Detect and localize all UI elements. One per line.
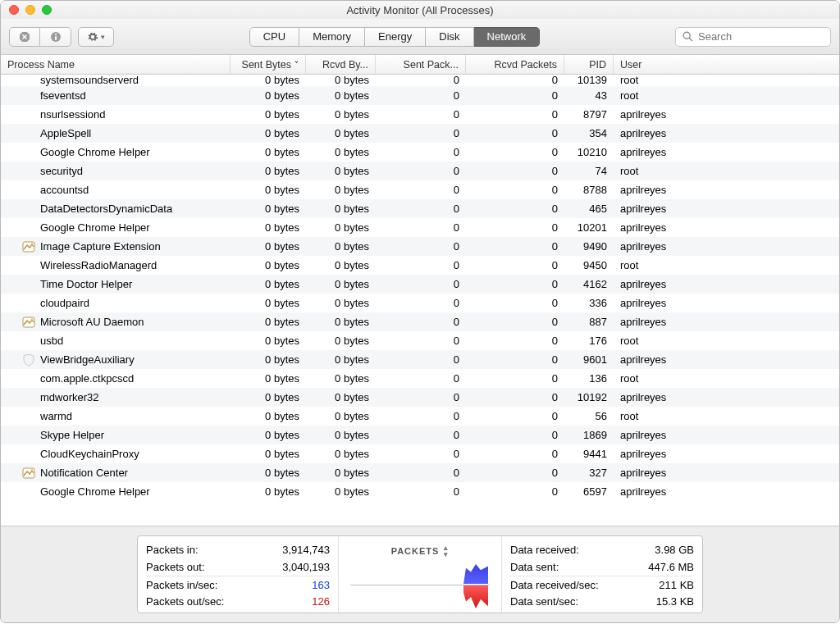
table-row[interactable]: warmd0 bytes0 bytes0056root <box>1 407 839 426</box>
pid: 465 <box>564 203 614 215</box>
packets-out-value: 3,040,193 <box>282 561 330 573</box>
user: root <box>614 165 839 177</box>
process-name: Notification Center <box>40 467 128 479</box>
sent-packets: 0 <box>376 278 466 290</box>
process-name: accountsd <box>40 184 89 196</box>
image-capture-icon <box>22 240 35 253</box>
col-process-name[interactable]: Process Name <box>1 55 231 74</box>
rcvd-packets: 0 <box>466 108 564 121</box>
search-input[interactable] <box>698 30 836 43</box>
table-row[interactable]: com.apple.ctkpcscd0 bytes0 bytes00136roo… <box>1 369 839 388</box>
table-row[interactable]: ViewBridgeAuxiliary0 bytes0 bytes009601a… <box>1 350 839 369</box>
rcvd-packets: 0 <box>466 127 564 139</box>
table-row[interactable]: CloudKeychainProxy0 bytes0 bytes009441ap… <box>1 444 839 463</box>
table-row[interactable]: Microsoft AU Daemon0 bytes0 bytes00887ap… <box>1 312 839 331</box>
table-row[interactable]: systemsoundserverd0 bytes0 bytes0010139r… <box>1 75 839 86</box>
tab-energy[interactable]: Energy <box>365 27 426 47</box>
activity-monitor-window: Activity Monitor (All Processes) ▾ CPUMe… <box>0 0 840 623</box>
rcvd-packets: 0 <box>466 221 564 234</box>
svg-point-9 <box>31 243 33 244</box>
table-row[interactable]: Skype Helper0 bytes0 bytes001869aprilrey… <box>1 426 839 444</box>
table-row[interactable]: mdworker320 bytes0 bytes0010192aprilreye… <box>1 388 839 407</box>
tab-memory[interactable]: Memory <box>299 27 365 47</box>
table-row[interactable]: Google Chrome Helper0 bytes0 bytes001021… <box>1 143 839 162</box>
pid: 136 <box>564 372 614 385</box>
sent-packets: 0 <box>376 240 466 253</box>
tab-cpu[interactable]: CPU <box>249 27 299 47</box>
table-row[interactable]: Notification Center0 bytes0 bytes00327ap… <box>1 463 839 482</box>
table-row[interactable]: AppleSpell0 bytes0 bytes00354aprilreyes <box>1 124 839 143</box>
ms-au-icon <box>22 316 35 329</box>
col-sent-bytes[interactable]: Sent Bytes˅ <box>231 55 306 74</box>
graph-mode-label: PACKETS <box>391 546 440 556</box>
sent-packets: 0 <box>376 127 466 139</box>
table-row[interactable]: Image Capture Extension0 bytes0 bytes009… <box>1 237 839 256</box>
process-name: securityd <box>40 165 83 177</box>
sent-packets: 0 <box>376 297 466 309</box>
user: aprilreyes <box>614 184 839 196</box>
pid: 8797 <box>564 108 614 121</box>
rcvd-packets: 0 <box>466 316 564 328</box>
svg-rect-5 <box>55 36 57 40</box>
process-name: nsurlsessiond <box>40 108 106 121</box>
pid: 327 <box>564 467 614 479</box>
packets-graph[interactable]: PACKETS ▴▾ <box>338 536 502 613</box>
table-row[interactable]: fseventsd0 bytes0 bytes0043root <box>1 86 839 105</box>
data-sent-sec-label: Data sent/sec: <box>510 595 578 608</box>
col-rcvd-bytes[interactable]: Rcvd By... <box>306 55 376 74</box>
pid: 9601 <box>564 353 614 366</box>
process-name: Google Chrome Helper <box>40 221 150 234</box>
col-sent-packets[interactable]: Sent Pack... <box>376 55 466 74</box>
user: root <box>614 335 839 347</box>
table-row[interactable]: nsurlsessiond0 bytes0 bytes008797aprilre… <box>1 105 839 124</box>
stop-process-button[interactable] <box>9 27 40 47</box>
rcvd-packets: 0 <box>466 448 564 460</box>
gear-icon <box>87 31 98 43</box>
search-field[interactable] <box>675 27 831 47</box>
col-rcvd-packets[interactable]: Rcvd Packets <box>466 55 564 74</box>
table-row[interactable]: Google Chrome Helper0 bytes0 bytes006597… <box>1 482 839 501</box>
table-row[interactable]: Time Doctor Helper0 bytes0 bytes004162ap… <box>1 275 839 294</box>
rcvd-packets: 0 <box>466 410 564 422</box>
sent-packets: 0 <box>376 75 466 86</box>
user: aprilreyes <box>614 391 839 403</box>
rcvd-bytes: 0 bytes <box>306 372 376 385</box>
rcvd-packets: 0 <box>466 335 564 347</box>
table-row[interactable]: securityd0 bytes0 bytes0074root <box>1 162 839 180</box>
table-header: Process Name Sent Bytes˅ Rcvd By... Sent… <box>1 55 839 75</box>
rcvd-packets: 0 <box>466 75 564 86</box>
pid: 74 <box>564 165 614 177</box>
process-name: Google Chrome Helper <box>40 146 150 158</box>
packets-out-label: Packets out: <box>146 561 205 573</box>
table-row[interactable]: DataDetectorsDynamicData0 bytes0 bytes00… <box>1 199 839 218</box>
table-row[interactable]: accountsd0 bytes0 bytes008788aprilreyes <box>1 180 839 199</box>
user: aprilreyes <box>614 146 839 158</box>
rcvd-packets: 0 <box>466 391 564 403</box>
options-menu-button[interactable]: ▾ <box>78 27 114 47</box>
table-row[interactable]: cloudpaird0 bytes0 bytes00336aprilreyes <box>1 294 839 312</box>
table-row[interactable]: Google Chrome Helper0 bytes0 bytes001020… <box>1 218 839 237</box>
sent-packets: 0 <box>376 448 466 460</box>
col-user[interactable]: User <box>614 55 839 74</box>
rcvd-bytes: 0 bytes <box>306 184 376 196</box>
table-row[interactable]: usbd0 bytes0 bytes00176root <box>1 331 839 350</box>
rcvd-packets: 0 <box>466 485 564 498</box>
user: aprilreyes <box>614 221 839 234</box>
notification-icon <box>22 467 35 480</box>
packets-in-sec-label: Packets in/sec: <box>146 579 217 591</box>
tab-network[interactable]: Network <box>474 27 541 47</box>
stepper-icon[interactable]: ▴▾ <box>444 544 449 558</box>
table-row[interactable]: WirelessRadioManagerd0 bytes0 bytes00945… <box>1 256 839 275</box>
titlebar[interactable]: Activity Monitor (All Processes) <box>1 1 839 19</box>
user: aprilreyes <box>614 203 839 215</box>
col-pid[interactable]: PID <box>564 55 614 74</box>
sort-indicator-icon: ˅ <box>294 60 299 69</box>
sent-packets: 0 <box>376 429 466 441</box>
process-table[interactable]: systemsoundserverd0 bytes0 bytes0010139r… <box>1 75 839 526</box>
inspect-process-button[interactable] <box>40 27 71 47</box>
rcvd-bytes: 0 bytes <box>306 127 376 139</box>
user: root <box>614 372 839 385</box>
data-received-label: Data received: <box>510 544 579 556</box>
tab-disk[interactable]: Disk <box>426 27 473 47</box>
pid: 10139 <box>564 75 614 86</box>
